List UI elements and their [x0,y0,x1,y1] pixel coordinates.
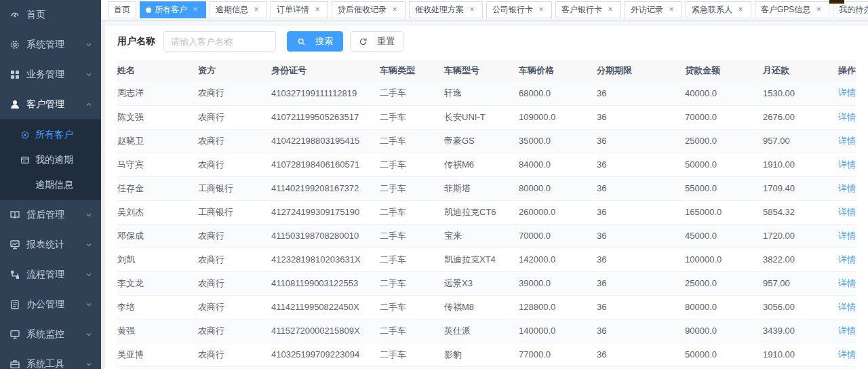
detail-link[interactable]: 详情 [838,207,856,217]
search-icon [297,37,306,46]
tab-all-customers[interactable]: 所有客户× [140,1,206,18]
cell: 陈文强 [117,105,198,129]
cell: 任存金 [117,176,198,200]
cell: 50000.0 [685,153,763,176]
cell: 轩逸 [444,81,519,105]
detail-link[interactable]: 详情 [838,231,856,241]
sidebar-subitem-overdue-info[interactable]: 逾期信息 [0,172,101,197]
detail-link[interactable]: 详情 [838,136,856,146]
sidebar-item-label: 流程管理 [26,269,85,281]
sidebar-subitem-all-customers[interactable]: 所有客户 [0,122,101,147]
cell: 410325199709223094 [271,343,380,366]
cell: 二手车 [380,129,444,153]
sidebar-item-postloan-mgmt[interactable]: 贷后管理 [0,200,101,230]
sidebar-subitem-label: 我的逾期 [35,154,101,166]
cell: 1530.00 [763,81,837,105]
tab-postloan-collection-records[interactable]: 贷后催收记录× [332,1,406,18]
cell: 吴刘杰 [117,200,198,224]
tab-label: 订单详情 [277,4,309,16]
close-icon[interactable]: × [736,5,745,15]
search-button[interactable]: 搜索 [287,31,343,52]
table-row: 邓保成农商行411503198708280010二手车宝来70000.03645… [117,224,856,248]
detail-link[interactable]: 详情 [838,278,856,288]
chevron-down-icon [85,41,93,49]
sidebar-item-home[interactable]: 首页 [0,0,101,30]
sidebar-item-business-mgmt[interactable]: 业务管理 [0,60,101,90]
sidebar-scrollbar-track[interactable] [101,20,105,369]
tab-overdue-info[interactable]: 逾期信息× [210,1,267,18]
cell: 菲斯塔 [444,176,519,200]
tab-home[interactable]: 首页 [108,1,136,18]
cell-action: 详情 [837,81,856,105]
cell: 传祺M6 [444,153,519,176]
tab-customer-bank-card[interactable]: 客户银行卡× [555,1,621,18]
detail-link[interactable]: 详情 [838,349,856,360]
tab-customer-gps[interactable]: 客户GPS信息× [755,1,829,18]
detail-link[interactable]: 详情 [838,159,856,170]
column-header: 车辆型号 [444,60,519,81]
table-header-row: 姓名资方身份证号车辆类型车辆型号车辆价格分期期限贷款金额月还款操作 [117,60,856,81]
table-row: 陈文强农商行410721199505263517二手车长安UNI-T109000… [117,105,856,129]
cell-action: 详情 [837,105,856,129]
sidebar-item-customer-mgmt[interactable]: 客户管理 [0,90,101,119]
cell-action: 详情 [837,343,856,366]
detail-link[interactable]: 详情 [838,254,856,265]
detail-link[interactable]: 详情 [838,302,856,312]
cell: 二手车 [380,176,444,200]
column-header: 资方 [198,60,271,81]
sidebar-item-system-mgmt[interactable]: 系统管理 [0,30,101,60]
column-header: 身份证号 [271,60,380,81]
cell: 二手车 [380,319,444,343]
briefcase-icon [9,359,20,369]
detail-link[interactable]: 详情 [838,88,856,98]
cell: 39000.0 [519,271,597,295]
cell: 李文龙 [117,271,198,295]
close-icon[interactable]: × [252,5,261,15]
sidebar-item-process-mgmt[interactable]: 流程管理 [0,260,101,290]
search-form: 用户名称 搜索 重置 [117,31,856,52]
detail-link[interactable]: 详情 [838,112,856,122]
close-icon[interactable]: × [667,5,676,15]
close-icon[interactable]: × [191,5,200,15]
column-header: 贷款金额 [685,60,763,81]
tab-visit-records[interactable]: 外访记录× [625,1,682,18]
tab-label: 我的待办 [839,4,868,16]
cell-action: 详情 [837,319,856,343]
tab-company-bank-card[interactable]: 公司银行卡× [486,1,552,18]
detail-link[interactable]: 详情 [838,183,856,193]
cell: 55000.0 [685,176,763,200]
sidebar-item-office-mgmt[interactable]: 办公管理 [0,290,101,319]
close-icon[interactable]: × [606,5,615,15]
close-icon[interactable]: × [313,5,322,15]
sidebar-item-label: 报表统计 [26,239,85,251]
sidebar-subitem-my-overdue[interactable]: 我的逾期 [0,147,101,172]
sidebar-item-system-monitor[interactable]: 系统监控 [0,319,101,349]
table-row: 吴亚博农商行410325199709223094二手车影豹77000.03650… [117,343,856,366]
close-icon[interactable]: × [390,5,399,15]
cell: 68000.0 [519,81,597,105]
detail-link[interactable]: 详情 [838,326,856,336]
cell: 二手车 [380,343,444,366]
submenu-customer-mgmt: 所有客户我的逾期逾期信息 [0,119,101,200]
search-input[interactable] [163,31,276,52]
sidebar-item-label: 贷后管理 [26,209,85,221]
reset-button[interactable]: 重置 [350,31,403,52]
tab-collection-plan[interactable]: 催收处理方案× [409,1,483,18]
column-header: 姓名 [117,60,198,81]
cell: 3439.00 [763,319,837,343]
table-row-partial [117,366,856,369]
tab-label: 客户银行卡 [561,4,602,16]
sidebar-item-system-tools[interactable]: 系统工具 [0,349,101,369]
sidebar-item-report-stats[interactable]: 报表统计 [0,230,101,260]
cell: 英仕派 [444,319,519,343]
avatar[interactable] [829,0,844,4]
tab-emergency-contacts[interactable]: 紧急联系人× [686,1,751,18]
tags-view-bar: 首页所有客户×逾期信息×订单详情×贷后催收记录×催收处理方案×公司银行卡×客户银… [101,0,868,20]
close-icon[interactable]: × [467,5,477,15]
close-icon[interactable]: × [814,5,823,15]
tab-order-detail[interactable]: 订单详情× [271,1,328,18]
cell: 二手车 [380,224,444,248]
sidebar-subitem-label: 所有客户 [35,129,101,141]
close-icon[interactable]: × [536,5,546,15]
sidebar-item-label: 办公管理 [26,298,85,311]
